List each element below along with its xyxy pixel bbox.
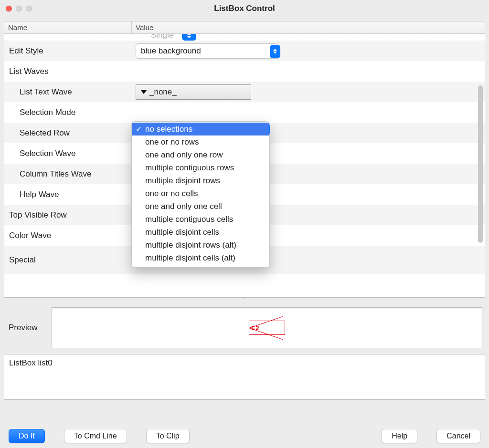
cancel-button[interactable]: Cancel [436, 429, 480, 443]
vertical-scrollbar[interactable] [478, 85, 483, 243]
edit-style-value: blue background [141, 46, 201, 56]
selection-mode-option[interactable]: multiple contiguous cells [132, 213, 269, 226]
selection-mode-dropdown[interactable]: no selectionsone or no rowsone and only … [131, 121, 270, 268]
do-it-button[interactable]: Do It [9, 429, 45, 443]
label-selection-wave: Selection Wave [4, 149, 132, 158]
selection-mode-option[interactable]: one and only one row [132, 148, 269, 161]
updown-stepper-icon [270, 45, 280, 58]
list-text-wave-popup[interactable]: _none_ [136, 84, 251, 100]
label-column-titles-wave: Column Titles Wave [4, 169, 132, 179]
label-color-wave: Color Wave [4, 231, 132, 240]
chevron-down-icon [141, 90, 147, 94]
column-header-name[interactable]: Name [4, 21, 132, 33]
selection-mode-option[interactable]: one and only one cell [132, 200, 269, 213]
selection-mode-option[interactable]: multiple disjoint rows (alt) [132, 239, 269, 251]
to-cmd-line-button[interactable]: To Cmd Line [64, 429, 127, 443]
row-list-waves: List Waves [4, 61, 485, 82]
row-edit-style: Edit Style blue background [4, 41, 485, 61]
edit-style-combobox[interactable]: blue background [136, 43, 280, 59]
zoom-window-button[interactable] [26, 6, 32, 12]
row-selection-mode: Selection Mode [4, 102, 485, 123]
selection-mode-option[interactable]: one or no rows [132, 135, 269, 148]
label-selected-row: Selected Row [4, 128, 132, 138]
minimize-window-button[interactable] [16, 6, 22, 12]
frame-stepper[interactable] [182, 34, 196, 41]
command-text: ListBox list0 [9, 358, 53, 367]
row-list-text-wave: List Text Wave _none_ [4, 82, 485, 102]
window-title: ListBox Control [214, 4, 275, 13]
label-top-visible-row: Top Visible Row [4, 210, 132, 220]
split-handle[interactable] [238, 296, 251, 300]
command-output[interactable]: ListBox list0 [4, 354, 485, 400]
traffic-lights [6, 6, 32, 12]
selection-mode-option[interactable]: multiple contiguous rows [132, 161, 269, 174]
help-button[interactable]: Help [382, 429, 417, 443]
selection-mode-option[interactable]: no selections [132, 123, 269, 135]
label-list-text-wave: List Text Wave [4, 87, 132, 97]
selection-mode-option[interactable]: multiple disjoint cells (alt) [132, 251, 269, 264]
table-header: Name Value [4, 21, 485, 34]
close-window-button[interactable] [6, 6, 12, 12]
label-help-wave: Help Wave [4, 190, 132, 199]
list-text-wave-value: _none_ [149, 87, 177, 97]
row-frame: Frame Single [4, 34, 485, 41]
button-row: Do It To Cmd Line To Clip Help Cancel [0, 429, 489, 443]
label-edit-style: Edit Style [4, 46, 132, 56]
column-header-value[interactable]: Value [132, 21, 485, 33]
preview-label: Preview [9, 323, 52, 333]
label-special: Special [4, 255, 132, 265]
label-list-waves: List Waves [4, 67, 132, 76]
label-selection-mode: Selection Mode [4, 108, 132, 117]
preview-frame: E2 [52, 307, 482, 348]
selection-mode-option[interactable]: multiple disjoint cells [132, 226, 269, 239]
selection-mode-option[interactable]: multiple disjoint rows [132, 174, 269, 187]
to-clip-button[interactable]: To Clip [146, 429, 190, 443]
preview-error-code: E2 [251, 324, 259, 332]
preview-error-box: E2 [249, 321, 285, 335]
preview-section: Preview E2 [0, 298, 489, 349]
window-titlebar: ListBox Control [0, 0, 489, 17]
selection-mode-option[interactable]: one or no cells [132, 187, 269, 200]
